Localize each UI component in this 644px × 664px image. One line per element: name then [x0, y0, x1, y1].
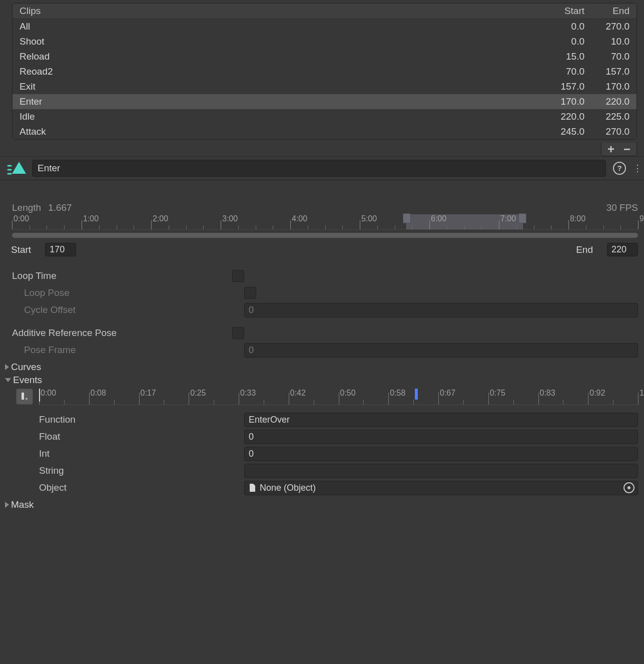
clip-row-start: 70.0 — [539, 66, 584, 77]
events-tick-label: 0:58 — [390, 389, 405, 398]
clip-row-name: Idle — [20, 111, 539, 122]
clip-row-start: 0.0 — [539, 21, 584, 32]
end-label: End — [576, 244, 593, 255]
event-function-input[interactable] — [244, 413, 638, 427]
event-object-value: None (Object) — [260, 483, 316, 493]
clip-row[interactable]: All0.0270.0 — [13, 19, 636, 34]
object-file-icon — [249, 484, 256, 492]
clip-row-name: Reload — [20, 51, 539, 62]
cycle-offset-input[interactable] — [244, 303, 638, 317]
clip-range-timeline[interactable]: 0:001:002:003:004:005:006:007:008:009 — [12, 214, 638, 230]
event-marker[interactable] — [415, 389, 418, 400]
timeline-tick-label: 9 — [639, 214, 644, 223]
help-icon[interactable]: ? — [613, 162, 626, 175]
events-tick-label: 0:08 — [91, 389, 106, 398]
cycle-offset-label: Cycle Offset — [12, 304, 244, 315]
mask-foldout[interactable]: Mask — [0, 498, 644, 511]
event-string-input[interactable] — [244, 464, 638, 478]
more-menu-icon[interactable]: ⋮ — [633, 167, 641, 170]
timeline-tick-label: 7:00 — [500, 214, 516, 223]
svg-rect-0 — [22, 393, 24, 400]
loop-time-label: Loop Time — [12, 270, 232, 281]
foldout-arrow-icon — [5, 502, 9, 508]
clip-row-start: 170.0 — [539, 96, 584, 107]
length-value: 1.667 — [48, 202, 72, 213]
timeline-tick-label: 8:00 — [570, 214, 585, 223]
clip-row-start: 245.0 — [539, 126, 584, 137]
clip-name-row: ? ⋮ — [0, 156, 644, 180]
loop-pose-checkbox[interactable] — [244, 287, 256, 299]
clip-row[interactable]: Reload15.070.0 — [13, 49, 636, 64]
timeline-tick-label: 5:00 — [361, 214, 377, 223]
loop-time-checkbox[interactable] — [232, 270, 244, 282]
foldout-arrow-icon — [5, 378, 11, 382]
events-timeline[interactable]: 0:000:080:170:250:330:420:500:580:670:75… — [39, 389, 638, 405]
start-label: Start — [11, 244, 31, 255]
mask-foldout-label: Mask — [11, 499, 34, 510]
clip-row-end: 270.0 — [584, 21, 629, 32]
clip-row-name: Exit — [20, 81, 539, 92]
end-frame-input[interactable] — [607, 243, 638, 256]
add-clip-button[interactable]: + — [607, 145, 614, 154]
clip-row[interactable]: Idle220.0225.0 — [13, 109, 636, 124]
clip-row[interactable]: Shoot0.010.0 — [13, 34, 636, 49]
events-tick-label: 0:17 — [141, 389, 156, 398]
clip-row[interactable]: Reoad270.0157.0 — [13, 64, 636, 79]
clip-row-end: 170.0 — [584, 81, 629, 92]
clips-col-name: Clips — [20, 6, 539, 17]
clip-row-name: Attack — [20, 126, 539, 137]
clip-row-end: 10.0 — [584, 36, 629, 47]
event-object-input[interactable]: None (Object) — [244, 481, 638, 495]
range-start-handle[interactable] — [403, 213, 411, 223]
clip-row[interactable]: Enter170.0220.0 — [13, 94, 636, 109]
fps-label: 30 FPS — [606, 202, 638, 213]
events-tick-label: 0:33 — [240, 389, 256, 398]
events-tick-label: 0:92 — [589, 389, 605, 398]
clip-row-name: Reoad2 — [20, 66, 539, 77]
event-int-label: Int — [27, 448, 244, 459]
timeline-tick-label: 1:00 — [83, 214, 99, 223]
events-tick-label: 0:83 — [540, 389, 555, 398]
events-tick-label: 0:50 — [340, 389, 356, 398]
object-picker-icon[interactable] — [623, 482, 634, 493]
timeline-tick-label: 0:00 — [14, 214, 29, 223]
event-object-label: Object — [27, 482, 244, 493]
clip-row-end: 270.0 — [584, 126, 629, 137]
clip-row-name: Shoot — [20, 36, 539, 47]
clip-row-end: 70.0 — [584, 51, 629, 62]
event-int-input[interactable] — [244, 447, 638, 461]
events-tick-label: 0:00 — [41, 389, 56, 398]
clip-row-name: Enter — [20, 96, 539, 107]
clip-row-start: 220.0 — [539, 111, 584, 122]
events-tick-label: 0:67 — [440, 389, 455, 398]
clips-col-end: End — [584, 6, 629, 17]
start-frame-input[interactable] — [45, 243, 76, 256]
events-tick-label: 0:42 — [290, 389, 306, 398]
curves-foldout[interactable]: Curves — [0, 361, 644, 374]
loop-pose-label: Loop Pose — [12, 287, 244, 298]
events-tick-label: 0:25 — [190, 389, 206, 398]
additive-ref-checkbox[interactable] — [232, 327, 244, 339]
clips-table-header: Clips Start End — [13, 4, 636, 19]
events-foldout[interactable]: Events — [0, 374, 644, 387]
pose-frame-label: Pose Frame — [12, 345, 244, 356]
clip-row-start: 157.0 — [539, 81, 584, 92]
timeline-tick-label: 6:00 — [431, 214, 446, 223]
clips-col-start: Start — [539, 6, 584, 17]
clip-row-end: 220.0 — [584, 96, 629, 107]
animation-clip-icon — [7, 160, 25, 177]
length-label: Length — [12, 202, 41, 213]
clip-row[interactable]: Exit157.0170.0 — [13, 79, 636, 94]
timeline-scrollbar-thumb[interactable] — [12, 233, 638, 238]
events-tick-label: 1:00 — [639, 389, 644, 398]
clip-name-input[interactable] — [32, 160, 606, 177]
events-playhead[interactable] — [39, 389, 40, 402]
pose-frame-input[interactable] — [244, 343, 638, 358]
event-float-input[interactable] — [244, 430, 638, 444]
range-end-handle[interactable] — [518, 213, 526, 223]
clip-row[interactable]: Attack245.0270.0 — [13, 124, 636, 139]
add-event-button[interactable]: + — [16, 389, 33, 405]
events-foldout-label: Events — [13, 375, 42, 386]
timeline-scrollbar[interactable] — [12, 233, 638, 238]
remove-clip-button[interactable]: − — [623, 145, 630, 154]
